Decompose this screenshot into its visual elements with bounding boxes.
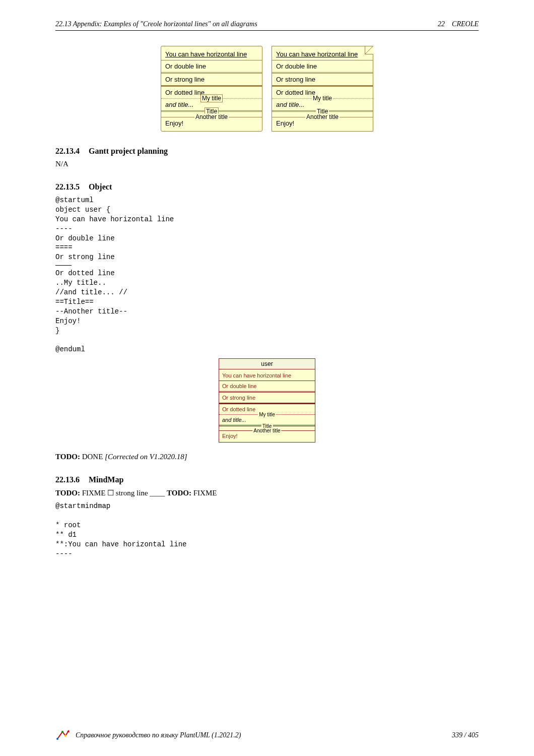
hr-title-single-icon: Another title: [161, 117, 262, 117]
todo-done-line: TODO: DONE [Corrected on V1.2020.18]: [55, 453, 479, 461]
hr-double-icon: [161, 72, 262, 74]
hr-title-double-icon: Title: [272, 110, 373, 112]
hr-single-icon: [161, 60, 262, 60]
header-left: 22.13 Appendix: Examples of "Creole hori…: [55, 20, 257, 28]
text-line: You can have horizontal line: [222, 371, 312, 380]
code-block-mindmap: @startmindmap * root ** d1 **:You can ha…: [55, 501, 479, 558]
text-line: Or double line: [222, 382, 312, 390]
text-line: Or strong line: [276, 75, 369, 84]
text-line: You can have horizontal line: [276, 49, 369, 59]
section-heading-mindmap: 22.13.6MindMap: [55, 475, 479, 484]
text-line: Or double line: [165, 61, 258, 71]
hr-title-single-icon: Another title: [272, 117, 373, 117]
section-heading-object: 22.13.5Object: [55, 182, 479, 192]
uml-note-left: You can have horizontal line Or double l…: [161, 46, 262, 132]
plantuml-logo-icon: [55, 730, 71, 741]
hr-title-single-icon: Another title: [219, 430, 315, 431]
text-line: Or strong line: [222, 394, 312, 402]
body-text-na: N/A: [55, 160, 479, 168]
uml-object-box: user You can have horizontal line Or dou…: [219, 358, 315, 443]
hr-dotted-title-icon: My title: [272, 98, 373, 99]
hr-dotted-title-icon: My title: [219, 414, 315, 415]
hr-title-double-icon: Title: [161, 110, 262, 112]
hr-strong-icon: [219, 403, 315, 404]
hr-double-icon: [219, 391, 315, 393]
svg-point-2: [64, 735, 66, 737]
checkbox-icon: ☐: [107, 489, 114, 497]
text-line: You can have horizontal line: [165, 49, 258, 59]
page-header: 22.13 Appendix: Examples of "Creole hori…: [55, 20, 479, 31]
section-heading-gantt: 22.13.4Gantt project planning: [55, 147, 479, 156]
todo-fixme-line: TODO: FIXME ☐ strong line ____ TODO: FIX…: [55, 488, 479, 497]
hr-double-icon: [272, 72, 373, 74]
hr-strong-icon: [161, 85, 262, 87]
svg-point-0: [56, 738, 58, 740]
text-line: Or double line: [276, 61, 369, 71]
hr-strong-icon: [272, 85, 373, 87]
header-right: 22 CREOLE: [438, 20, 479, 28]
object-diagram: user You can have horizontal line Or dou…: [55, 358, 479, 443]
diagram-row-notes: You can have horizontal line Or double l…: [55, 46, 479, 132]
page-footer: Справочное руководство по языку PlantUML…: [55, 730, 479, 741]
code-block-object: @startuml object user { You can have hor…: [55, 196, 479, 354]
text-line: Or strong line: [165, 75, 258, 84]
hr-title-double-icon: Title: [219, 425, 315, 426]
uml-note-right: You can have horizontal line Or double l…: [272, 46, 373, 132]
hr-single-icon: [272, 60, 373, 60]
hr-dotted-title-icon: My title: [161, 98, 262, 99]
footer-text: Справочное руководство по языку PlantUML…: [76, 731, 241, 739]
hr-single-icon: [219, 381, 315, 381]
hr-code-icon: [55, 265, 72, 266]
svg-point-1: [61, 731, 63, 733]
footer-page-number: 339 / 405: [452, 731, 479, 739]
object-title: user: [219, 359, 315, 369]
